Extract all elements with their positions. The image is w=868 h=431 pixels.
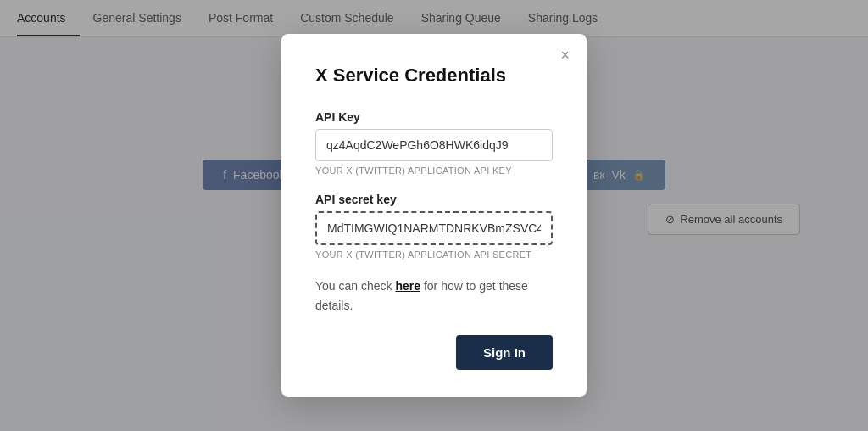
api-secret-hint: YOUR X (TWITTER) APPLICATION API SECRET [315,249,553,260]
api-key-input[interactable] [315,129,553,161]
sign-in-button[interactable]: Sign In [456,335,553,370]
modal-overlay: X Service Credentials × API Key YOUR X (… [0,0,868,431]
modal-title: X Service Credentials [315,64,553,87]
modal-note: You can check here for how to get these … [315,277,553,315]
modal-close-button[interactable]: × [560,48,570,63]
api-secret-group: API secret key YOUR X (TWITTER) APPLICAT… [315,193,553,260]
api-secret-input[interactable] [315,211,553,245]
api-key-hint: YOUR X (TWITTER) APPLICATION API KEY [315,165,553,176]
modal-actions: Sign In [315,335,553,370]
api-key-group: API Key YOUR X (TWITTER) APPLICATION API… [315,110,553,176]
note-text-before: You can check [315,279,395,293]
api-key-label: API Key [315,110,553,124]
credentials-modal: X Service Credentials × API Key YOUR X (… [281,34,587,397]
here-link[interactable]: here [395,279,420,293]
api-secret-label: API secret key [315,193,553,206]
